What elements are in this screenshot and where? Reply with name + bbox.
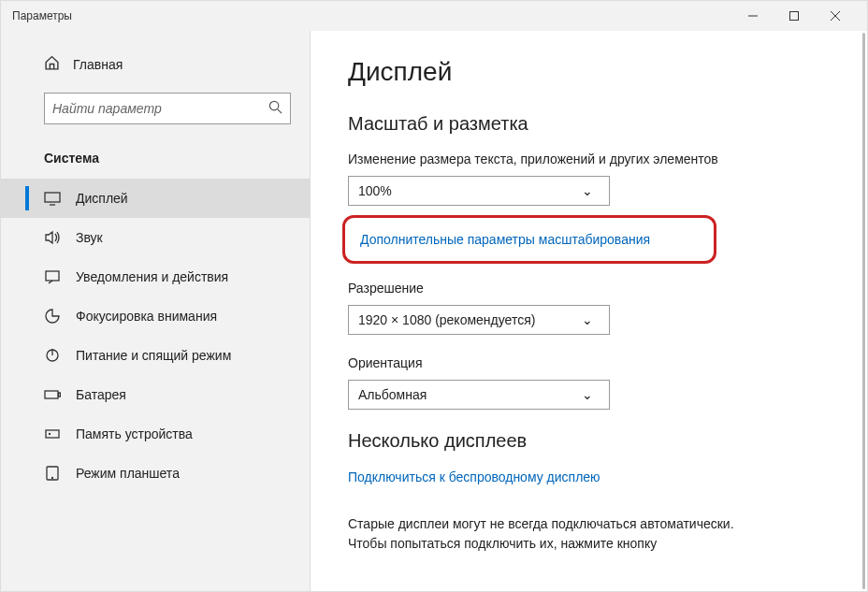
svg-point-16: [52, 478, 53, 479]
svg-rect-11: [45, 391, 58, 398]
advanced-scaling-link[interactable]: Дополнительные параметры масштабирования: [360, 232, 650, 247]
sidebar-item-label: Память устройства: [76, 426, 193, 441]
highlight-box: Дополнительные параметры масштабирования: [342, 215, 716, 264]
focus-icon: [44, 308, 61, 325]
sidebar-item-label: Уведомления и действия: [76, 269, 228, 284]
page-title: Дисплей: [348, 57, 830, 87]
sidebar-item-label: Дисплей: [76, 191, 128, 206]
svg-rect-6: [45, 193, 60, 202]
notifications-icon: [44, 268, 61, 285]
scale-value: 100%: [358, 183, 392, 198]
home-icon: [44, 55, 60, 74]
svg-point-4: [269, 101, 278, 109]
sidebar-item-display[interactable]: Дисплей: [1, 179, 310, 218]
maximize-button[interactable]: [774, 1, 815, 31]
svg-line-5: [278, 108, 282, 112]
storage-icon: [44, 426, 61, 442]
sidebar-item-label: Фокусировка внимания: [76, 309, 217, 324]
scrollbar[interactable]: [862, 33, 865, 589]
sidebar-item-notifications[interactable]: Уведомления и действия: [1, 257, 310, 296]
sidebar-item-label: Режим планшета: [76, 466, 180, 481]
resolution-value: 1920 × 1080 (рекомендуется): [358, 312, 535, 327]
minimize-button[interactable]: [732, 1, 774, 31]
sidebar-heading: Система: [1, 137, 310, 179]
resolution-label: Разрешение: [348, 281, 830, 296]
battery-icon: [44, 386, 61, 403]
resolution-dropdown[interactable]: 1920 × 1080 (рекомендуется) ⌄: [348, 305, 610, 335]
svg-point-14: [50, 434, 51, 435]
note-line2: Чтобы попытаться подключить их, нажмите …: [348, 534, 830, 554]
svg-rect-8: [46, 271, 59, 281]
close-button[interactable]: [815, 1, 856, 31]
section-multidisplay: Несколько дисплеев: [348, 430, 830, 452]
sidebar-item-storage[interactable]: Память устройства: [1, 414, 310, 454]
power-icon: [44, 347, 61, 364]
sidebar-item-tablet[interactable]: Режим планшета: [1, 454, 310, 493]
wireless-display-link[interactable]: Подключиться к беспроводному дисплею: [348, 469, 600, 484]
home-link[interactable]: Главная: [1, 46, 310, 83]
sidebar-item-label: Батарея: [76, 387, 126, 402]
svg-rect-13: [46, 430, 59, 438]
orientation-value: Альбомная: [358, 387, 427, 402]
chevron-down-icon: ⌄: [573, 312, 601, 327]
orientation-dropdown[interactable]: Альбомная ⌄: [348, 380, 610, 410]
home-label: Главная: [73, 57, 123, 72]
sidebar-item-power[interactable]: Питание и спящий режим: [1, 336, 310, 375]
window-title: Параметры: [12, 9, 732, 22]
display-icon: [44, 190, 61, 207]
sidebar-item-label: Звук: [76, 230, 103, 245]
note-line1: Старые дисплеи могут не всегда подключат…: [348, 514, 830, 534]
chevron-down-icon: ⌄: [573, 183, 601, 198]
scale-label: Изменение размера текста, приложений и д…: [348, 152, 830, 166]
sidebar-item-focus[interactable]: Фокусировка внимания: [1, 296, 310, 336]
sidebar-item-label: Питание и спящий режим: [76, 348, 231, 363]
tablet-icon: [44, 465, 61, 482]
svg-rect-12: [59, 393, 61, 397]
scale-dropdown[interactable]: 100% ⌄: [348, 176, 610, 206]
sidebar-item-sound[interactable]: Звук: [1, 218, 310, 257]
sidebar-item-battery[interactable]: Батарея: [1, 375, 310, 414]
orientation-label: Ориентация: [348, 355, 830, 370]
svg-rect-1: [790, 12, 799, 21]
search-icon: [268, 100, 282, 118]
search-input[interactable]: [44, 93, 291, 124]
section-scale: Масштаб и разметка: [348, 113, 830, 135]
sound-icon: [44, 229, 61, 246]
chevron-down-icon: ⌄: [573, 387, 601, 402]
